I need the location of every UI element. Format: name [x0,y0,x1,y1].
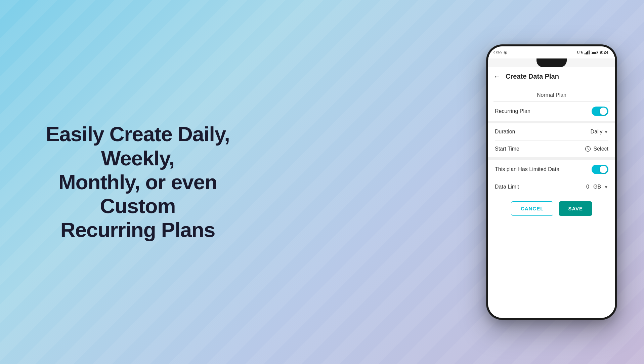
clock-icon [585,146,591,152]
network-type-icon: LTE [577,50,583,54]
toggle-track [592,107,608,116]
recurring-plan-toggle[interactable] [592,107,608,116]
status-left: 0 Kb/s ◉ [493,50,507,55]
phone-notch [536,58,567,67]
duration-label: Duration [495,129,515,135]
start-time-text: Select [594,146,608,152]
cancel-button[interactable]: CANCEL [511,201,554,216]
data-limit-value[interactable]: 0 GB ▼ [586,184,608,190]
start-time-label: Start Time [495,146,519,152]
signal-bars-icon [585,50,590,54]
back-button[interactable]: ← [493,73,500,80]
limited-data-label: This plan Has Limited Data [495,166,559,172]
recurring-plan-label: Recurring Plan [495,108,530,114]
clock-time: 9:24 [600,50,608,55]
duration-dropdown-icon: ▼ [604,129,608,134]
battery-icon [591,51,597,54]
status-bar: 0 Kb/s ◉ LTE 9:24 [488,46,615,58]
speed-indicator: 0 Kb/s [493,51,502,54]
start-time-row: Start Time Select [495,140,608,157]
data-limit-row: Data Limit 0 GB ▼ [488,179,615,195]
phone-screen: 0 Kb/s ◉ LTE 9:24 [488,46,615,318]
limited-data-row: This plan Has Limited Data [488,160,615,179]
data-limit-unit: GB [593,184,601,190]
wifi-icon: ◉ [504,50,507,55]
phone-mockup: 0 Kb/s ◉ LTE 9:24 [486,44,617,320]
recurring-plan-row: Recurring Plan [488,102,615,121]
limited-data-toggle[interactable] [592,165,608,174]
hero-section: Easily Create Daily, Weekly, Monthly, or… [0,0,275,364]
duration-row: Duration Daily ▼ [495,123,608,140]
grey-divider-2 [488,157,615,160]
form-content: Normal Plan Recurring Plan D [488,86,615,318]
app-bar-title: Create Data Plan [506,73,559,80]
save-button[interactable]: SAVE [559,201,592,216]
duration-value[interactable]: Daily ▼ [591,129,608,135]
toggle-thumb [600,108,607,115]
normal-plan-row: Normal Plan [488,86,615,102]
data-limit-label: Data Limit [495,184,519,190]
hero-text: Easily Create Daily, Weekly, Monthly, or… [27,122,249,242]
toggle-track-2 [592,165,608,174]
unit-dropdown-icon: ▼ [604,184,608,190]
normal-plan-label: Normal Plan [537,92,566,98]
status-right: LTE 9:24 [577,50,608,55]
fields-section: Duration Daily ▼ Start Time [488,123,615,157]
phone-body: 0 Kb/s ◉ LTE 9:24 [486,44,617,320]
buttons-section: CANCEL SAVE [488,195,615,223]
duration-text: Daily [591,129,603,135]
data-limit-number: 0 [586,184,589,190]
grey-divider-1 [488,121,615,123]
svg-line-2 [588,149,589,150]
start-time-value[interactable]: Select [585,146,608,152]
toggle-thumb-2 [600,166,607,173]
app-bar: ← Create Data Plan [488,67,615,86]
